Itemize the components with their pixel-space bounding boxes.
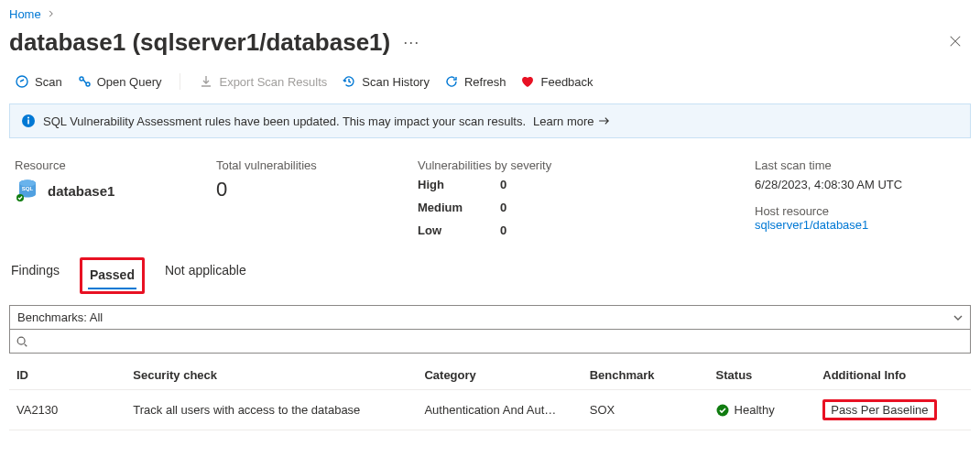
search-input[interactable] xyxy=(10,330,970,353)
host-label: Host resource xyxy=(755,204,965,218)
cell-additional-info: Pass Per Baseline xyxy=(815,390,971,430)
open-query-button[interactable]: Open Query xyxy=(77,74,162,89)
summary: Resource SQL database1 Total vulnerabili… xyxy=(9,155,971,252)
benchmarks-filter[interactable]: Benchmarks: All xyxy=(9,305,971,330)
toolbar-separator xyxy=(180,73,180,90)
learn-more-link[interactable]: Learn more xyxy=(533,114,610,128)
host-link[interactable]: sqlserver1/database1 xyxy=(755,218,965,232)
banner-text: SQL Vulnerability Assessment rules have … xyxy=(43,114,526,128)
svg-point-0 xyxy=(16,76,27,87)
resource-label: Resource xyxy=(15,158,180,172)
sev-low-value: 0 xyxy=(500,223,555,237)
scan-button[interactable]: Scan xyxy=(15,74,62,89)
svg-point-1 xyxy=(80,77,83,81)
download-icon xyxy=(199,74,213,89)
col-id[interactable]: ID xyxy=(9,361,125,390)
resource-name: database1 xyxy=(48,183,114,199)
col-security-check[interactable]: Security check xyxy=(125,361,417,390)
feedback-label: Feedback xyxy=(540,75,593,89)
scan-label: Scan xyxy=(35,75,62,89)
history-button[interactable]: Scan History xyxy=(342,74,430,89)
feedback-button[interactable]: Feedback xyxy=(520,74,593,89)
findings-table: ID Security check Category Benchmark Sta… xyxy=(9,361,971,430)
toolbar: Scan Open Query Export Scan Results Scan… xyxy=(9,70,971,100)
cell-status: Healthy xyxy=(709,390,816,430)
col-benchmark[interactable]: Benchmark xyxy=(583,361,709,390)
table-row[interactable]: VA2130 Track all users with access to th… xyxy=(9,390,971,430)
database-icon: SQL xyxy=(15,178,40,203)
sev-high-value: 0 xyxy=(500,178,555,191)
close-button[interactable] xyxy=(940,29,971,56)
tabs: Findings Passed Not applicable xyxy=(9,252,971,294)
sev-medium-label: Medium xyxy=(418,201,500,214)
more-actions-button[interactable]: ··· xyxy=(399,33,423,52)
export-label: Export Scan Results xyxy=(219,75,327,89)
sev-medium-value: 0 xyxy=(500,201,555,214)
col-status[interactable]: Status xyxy=(709,361,816,390)
severity-label: Vulnerabilities by severity xyxy=(418,158,718,172)
refresh-label: Refresh xyxy=(464,75,506,89)
svg-point-5 xyxy=(27,117,29,119)
info-banner: SQL Vulnerability Assessment rules have … xyxy=(9,103,971,138)
cell-category: Authentication And Aut… xyxy=(417,390,582,430)
healthy-icon xyxy=(716,404,729,417)
tab-not-applicable[interactable]: Not applicable xyxy=(163,257,248,294)
cell-security-check: Track all users with access to the datab… xyxy=(125,390,417,430)
scan-time-label: Last scan time xyxy=(755,158,965,172)
col-category[interactable]: Category xyxy=(417,361,582,390)
info-icon xyxy=(21,114,36,128)
search-icon xyxy=(16,335,28,348)
sev-low-label: Low xyxy=(418,223,500,237)
pass-per-baseline-badge: Pass Per Baseline xyxy=(822,399,936,420)
refresh-icon xyxy=(444,74,459,89)
breadcrumb-home-link[interactable]: Home xyxy=(9,7,41,21)
tab-findings[interactable]: Findings xyxy=(9,257,61,294)
scan-icon xyxy=(15,74,29,89)
sev-high-label: High xyxy=(418,178,500,191)
svg-rect-4 xyxy=(27,120,29,125)
col-additional-info[interactable]: Additional Info xyxy=(815,361,971,390)
chevron-right-icon xyxy=(47,7,56,21)
total-vuln-label: Total vulnerabilities xyxy=(216,158,381,172)
history-icon xyxy=(342,74,356,89)
breadcrumb: Home xyxy=(9,4,971,27)
cell-id: VA2130 xyxy=(9,390,125,430)
svg-point-2 xyxy=(86,82,90,86)
filter-bar: Benchmarks: All xyxy=(9,305,971,354)
tab-passed[interactable]: Passed xyxy=(80,257,145,294)
svg-point-10 xyxy=(17,337,25,344)
cell-benchmark: SOX xyxy=(583,390,709,430)
history-label: Scan History xyxy=(362,75,430,89)
scan-time-value: 6/28/2023, 4:08:30 AM UTC xyxy=(755,178,965,191)
open-query-icon xyxy=(77,74,92,89)
total-vuln-value: 0 xyxy=(216,178,381,201)
page-title: database1 (sqlserver1/database1) xyxy=(9,28,390,57)
open-query-label: Open Query xyxy=(97,75,162,89)
refresh-button[interactable]: Refresh xyxy=(444,74,506,89)
heart-icon xyxy=(520,74,535,89)
export-button: Export Scan Results xyxy=(199,74,327,89)
svg-text:SQL: SQL xyxy=(22,186,34,191)
